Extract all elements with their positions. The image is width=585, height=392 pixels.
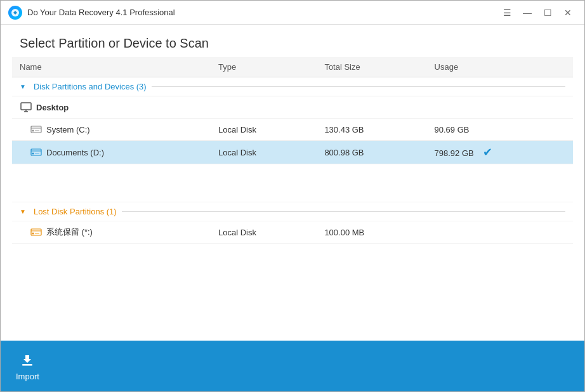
bottom-bar: Import [1, 341, 584, 391]
partition-name-documents-d: Documents (D:) [12, 141, 211, 164]
group-divider-disk: ▼ Disk Partitions and Devices (3) [20, 82, 565, 91]
partition-size-documents-d: 800.98 GB [317, 141, 426, 164]
expand-icon-disk[interactable]: ▼ [20, 83, 26, 90]
desktop-label: Desktop [36, 103, 69, 112]
partition-table: Name Type Total Size Usage ▼ Disk Partit… [12, 57, 573, 244]
partition-row-documents-d[interactable]: Documents (D:) Local Disk 800.98 GB 798.… [12, 141, 573, 164]
disk-icon-system-reserved [30, 226, 43, 238]
close-button[interactable]: ✕ [559, 5, 577, 20]
minimize-button[interactable]: — [518, 5, 536, 20]
import-label: Import [16, 372, 39, 381]
expand-icon-lost[interactable]: ▼ [20, 208, 26, 215]
svg-rect-8 [31, 149, 41, 155]
window-title: Do Your Data Recovery 4.1 Professional [27, 8, 498, 17]
partition-label-documents-d: Documents (D:) [46, 148, 104, 157]
disk-icon-documents-d [30, 146, 43, 159]
disk-icon-system-c [30, 123, 43, 136]
col-size: Total Size [317, 57, 426, 77]
group-label-lost[interactable]: Lost Disk Partitions (1) [34, 207, 117, 216]
group-row-disk-partitions: ▼ Disk Partitions and Devices (3) [12, 77, 573, 96]
partition-label-system-reserved: 系统保留 (*:) [46, 226, 93, 238]
table-body: ▼ Disk Partitions and Devices (3) [12, 77, 573, 244]
app-window: Do Your Data Recovery 4.1 Professional ☰… [0, 0, 585, 392]
svg-point-10 [32, 153, 34, 155]
col-usage: Usage [427, 57, 573, 77]
import-icon [18, 351, 36, 369]
svg-rect-12 [31, 229, 41, 235]
partition-name-system-c: System (C:) [12, 119, 211, 141]
divider-line [152, 86, 565, 87]
partition-row-system-reserved[interactable]: 系统保留 (*:) Local Disk 100.00 MB [12, 221, 573, 244]
page-title: Select Partition or Device to Scan [20, 36, 565, 51]
partition-usage-system-reserved [427, 221, 573, 244]
selected-checkmark: ✔ [483, 146, 492, 159]
partition-row-system-c[interactable]: System (C:) Local Disk 130.43 GB 90.69 G… [12, 119, 573, 141]
desktop-name-cell: Desktop [20, 101, 565, 114]
title-bar: Do Your Data Recovery 4.1 Professional ☰… [1, 1, 584, 25]
partition-size-system-reserved: 100.00 MB [317, 221, 426, 244]
col-name: Name [12, 57, 211, 77]
partition-usage-system-c: 90.69 GB [427, 119, 573, 141]
svg-rect-4 [31, 126, 41, 133]
monitor-icon [20, 101, 32, 114]
group-row-lost-partitions: ▼ Lost Disk Partitions (1) [12, 202, 573, 221]
svg-rect-1 [21, 103, 31, 110]
svg-point-14 [32, 233, 34, 235]
page-header: Select Partition or Device to Scan [1, 25, 584, 57]
svg-rect-15 [35, 233, 39, 234]
app-logo [8, 6, 22, 20]
partition-size-system-c: 130.43 GB [317, 119, 426, 141]
partition-type-documents-d: Local Disk [211, 141, 317, 164]
main-content: Select Partition or Device to Scan Name … [1, 25, 584, 341]
partition-name-system-reserved: 系统保留 (*:) [12, 221, 211, 244]
window-controls: ☰ — ☐ ✕ [498, 5, 577, 20]
partition-type-system-c: Local Disk [211, 119, 317, 141]
table-wrapper: Name Type Total Size Usage ▼ Disk Partit… [1, 57, 584, 341]
group-label-disk[interactable]: Disk Partitions and Devices (3) [34, 82, 147, 91]
partition-usage-documents-d: 798.92 GB ✔ [427, 141, 573, 164]
svg-rect-7 [35, 130, 39, 131]
maximize-button[interactable]: ☐ [539, 5, 556, 20]
import-button[interactable]: Import [16, 351, 39, 381]
table-header: Name Type Total Size Usage [12, 57, 573, 77]
menu-button[interactable]: ☰ [498, 5, 516, 20]
partition-type-system-reserved: Local Disk [211, 221, 317, 244]
col-type: Type [211, 57, 317, 77]
spacer-row [12, 164, 573, 202]
svg-point-6 [32, 130, 34, 132]
divider-line-lost [122, 211, 565, 212]
partition-label-system-c: System (C:) [46, 125, 90, 134]
svg-rect-16 [22, 364, 32, 366]
group-divider-lost: ▼ Lost Disk Partitions (1) [20, 207, 565, 216]
svg-rect-11 [35, 153, 39, 154]
desktop-header-row: Desktop [12, 96, 573, 119]
